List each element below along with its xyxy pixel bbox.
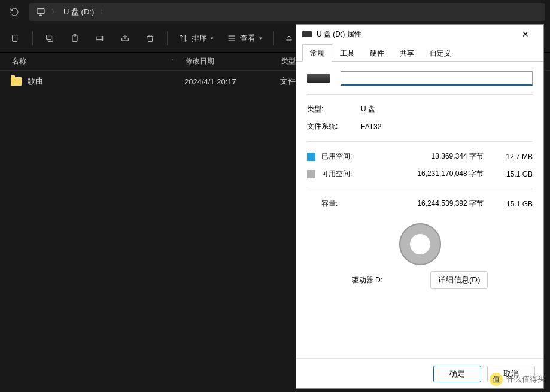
divider [307, 141, 533, 142]
chevron-right-icon: 〉 [51, 8, 57, 16]
chevron-down-icon: ▾ [259, 35, 262, 41]
used-label: 已用空间: [321, 151, 361, 162]
ok-label: 确定 [449, 369, 465, 378]
copy-button[interactable] [38, 28, 62, 49]
view-label: 查看 [240, 33, 256, 44]
capacity-bytes: 16,244,539,392 字节 [367, 199, 490, 209]
file-type: 文件 [280, 76, 296, 87]
address-bar: 〉 U 盘 (D:) 〉 [0, 0, 550, 24]
tab-label: 自定义 [430, 49, 451, 57]
folder-icon [11, 77, 22, 86]
column-type-label: 类型 [281, 57, 296, 65]
drive-label-input[interactable] [341, 71, 533, 86]
sort-icon [178, 34, 188, 43]
sort-dropdown[interactable]: 排序 ▾ [172, 28, 220, 49]
tab-tools[interactable]: 工具 [332, 44, 362, 62]
dialog-titlebar[interactable]: U 盘 (D:) 属性 ✕ [296, 25, 543, 44]
dialog-body: 类型: U 盘 文件系统: FAT32 已用空间: 13,369,344 字节 … [296, 62, 543, 358]
paste-icon [70, 34, 80, 43]
new-button[interactable] [4, 28, 28, 49]
new-icon [11, 34, 20, 43]
rename-button[interactable] [88, 28, 112, 49]
breadcrumb[interactable]: 〉 U 盘 (D:) 〉 [29, 3, 545, 21]
eject-icon [284, 34, 294, 43]
rename-icon [95, 34, 105, 43]
breadcrumb-drive[interactable]: U 盘 (D:) [63, 7, 94, 17]
chevron-down-icon: ▾ [211, 35, 214, 41]
svg-rect-3 [47, 35, 51, 39]
usage-pie-chart [399, 223, 441, 265]
used-color-swatch [307, 153, 315, 161]
tab-label: 常规 [310, 49, 324, 57]
watermark: 值 什么值得买 [490, 373, 545, 386]
drive-icon [302, 31, 312, 37]
separator [273, 31, 274, 45]
file-name: 歌曲 [28, 76, 184, 87]
paste-button[interactable] [63, 28, 87, 49]
svg-rect-2 [48, 37, 53, 41]
capacity-label: 容量: [321, 199, 361, 209]
tab-general[interactable]: 常规 [302, 44, 332, 62]
tab-hardware[interactable]: 硬件 [362, 44, 392, 62]
filesystem-label: 文件系统: [307, 121, 361, 132]
refresh-button[interactable] [5, 2, 24, 22]
close-icon: ✕ [522, 29, 529, 39]
ok-button[interactable]: 确定 [433, 366, 481, 382]
share-button[interactable] [113, 28, 137, 49]
dialog-title: U 盘 (D:) 属性 [317, 29, 361, 39]
tab-label: 共享 [400, 49, 414, 57]
divider [307, 189, 533, 189]
separator [167, 31, 168, 45]
chevron-right-icon: 〉 [100, 8, 106, 16]
type-label: 类型: [307, 104, 361, 114]
column-name[interactable]: 名称 ˄ [12, 56, 186, 66]
sort-indicator-icon: ˄ [171, 59, 174, 64]
column-name-label: 名称 [12, 56, 26, 66]
tab-sharing[interactable]: 共享 [392, 44, 422, 62]
svg-rect-0 [37, 9, 44, 14]
close-button[interactable]: ✕ [513, 25, 537, 43]
drive-letter-text: 驱动器 D: [352, 275, 382, 285]
file-date: 2024/4/1 20:17 [184, 77, 280, 86]
copy-icon [45, 34, 54, 43]
used-human: 12.7 MB [496, 153, 533, 161]
trash-icon [145, 34, 155, 43]
divider [307, 94, 533, 95]
capacity-human: 15.1 GB [496, 200, 533, 208]
watermark-text: 什么值得买 [506, 374, 545, 385]
svg-rect-6 [96, 37, 102, 39]
drive-large-icon [307, 74, 330, 83]
share-icon [120, 34, 130, 43]
watermark-icon: 值 [490, 373, 503, 386]
sort-label: 排序 [192, 33, 207, 44]
properties-dialog: U 盘 (D:) 属性 ✕ 常规 工具 硬件 共享 自定义 类型: U 盘 文件… [296, 24, 544, 389]
type-value: U 盘 [361, 104, 533, 114]
delete-button[interactable] [138, 28, 162, 49]
filesystem-value: FAT32 [361, 123, 533, 131]
used-bytes: 13,369,344 字节 [367, 151, 490, 162]
tab-customize[interactable]: 自定义 [422, 44, 459, 62]
svg-rect-1 [13, 35, 17, 41]
tab-label: 工具 [340, 49, 354, 57]
free-label: 可用空间: [321, 169, 361, 179]
dialog-tabs: 常规 工具 硬件 共享 自定义 [296, 44, 543, 62]
tab-label: 硬件 [370, 49, 384, 57]
free-bytes: 16,231,170,048 字节 [367, 169, 490, 179]
details-label: 详细信息(D) [438, 275, 481, 284]
column-date-label: 修改日期 [186, 57, 214, 65]
refresh-icon [10, 7, 19, 17]
separator [32, 31, 33, 45]
details-button[interactable]: 详细信息(D) [430, 271, 488, 289]
monitor-icon [36, 7, 45, 17]
view-dropdown[interactable]: 查看 ▾ [221, 28, 268, 49]
free-color-swatch [307, 170, 315, 178]
view-icon [227, 34, 236, 43]
free-human: 15.1 GB [496, 170, 533, 178]
column-date[interactable]: 修改日期 [186, 56, 281, 66]
